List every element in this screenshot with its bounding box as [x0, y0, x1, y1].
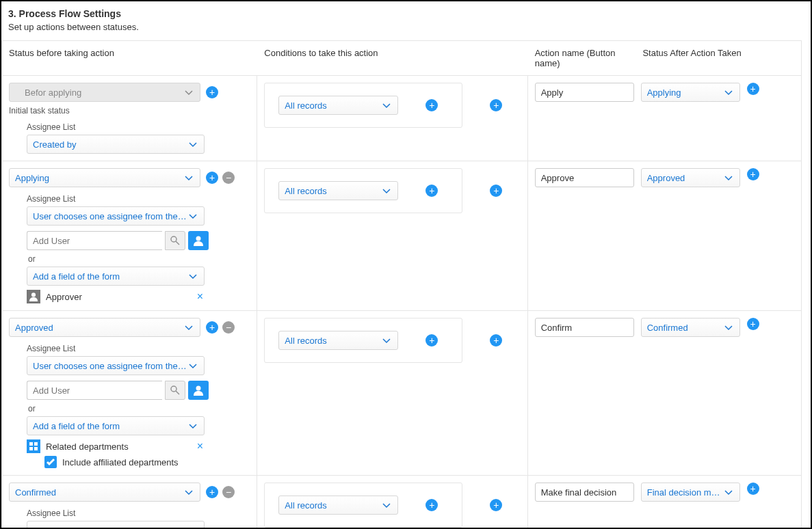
chevron-down-icon: [381, 500, 392, 511]
org-icon: [27, 439, 40, 453]
add-button[interactable]: +: [425, 99, 438, 111]
chevron-down-icon: [183, 323, 194, 333]
section-title: 3. Process Flow Settings: [8, 8, 804, 19]
add-button[interactable]: +: [206, 321, 218, 334]
add-field-select[interactable]: Add a field of the form: [27, 267, 205, 286]
search-button[interactable]: [165, 381, 185, 400]
chevron-down-icon: [187, 271, 198, 282]
add-button[interactable]: +: [425, 334, 438, 347]
assignee-entry: Related departments×: [27, 439, 203, 453]
section-subtitle: Set up actions between statuses.: [8, 22, 804, 32]
chevron-down-icon: [381, 186, 392, 196]
org-picker-button[interactable]: [188, 231, 209, 250]
assignee-list-label: Assignee List: [27, 194, 250, 204]
or-label: or: [28, 404, 250, 413]
status-before-select[interactable]: Confirmed: [9, 483, 200, 502]
assignee-mode-select[interactable]: Created by: [27, 135, 205, 154]
condition-select[interactable]: All records: [278, 96, 398, 115]
initial-status-label: Initial task status: [9, 106, 250, 116]
chevron-down-icon: [183, 87, 194, 98]
assignee-mode-select[interactable]: User chooses one assignee from the list …: [27, 521, 205, 529]
action-name-input[interactable]: [535, 83, 634, 102]
chevron-down-icon: [723, 323, 734, 333]
add-button[interactable]: +: [206, 86, 218, 98]
action-name-input[interactable]: [535, 168, 634, 187]
add-field-select[interactable]: Add a field of the form: [27, 416, 205, 435]
flow-row: Confirmed+−Assignee ListUser chooses one…: [2, 476, 801, 529]
chevron-down-icon: [381, 336, 392, 346]
assignee-entry: Approver×: [27, 290, 203, 303]
remove-entry-button[interactable]: ×: [197, 440, 203, 452]
remove-entry-button[interactable]: ×: [197, 290, 203, 303]
remove-button[interactable]: −: [222, 486, 235, 498]
condition-select[interactable]: All records: [278, 331, 398, 350]
add-button[interactable]: +: [490, 334, 502, 347]
chevron-down-icon: [183, 487, 194, 498]
add-user-input[interactable]: [27, 231, 162, 250]
status-after-select[interactable]: Final decision m…: [641, 483, 740, 502]
add-button[interactable]: +: [747, 168, 759, 180]
flow-row: Applying+−Assignee ListUser chooses one …: [2, 161, 801, 311]
assignee-mode-select[interactable]: User chooses one assignee from the list …: [27, 356, 205, 375]
add-button[interactable]: +: [490, 99, 502, 111]
include-affiliated-label: Include affiliated departments: [62, 457, 179, 467]
add-button[interactable]: +: [747, 483, 759, 495]
user-icon: [27, 290, 40, 303]
flow-row: Approved+−Assignee ListUser chooses one …: [2, 311, 801, 476]
assignee-mode-select[interactable]: User chooses one assignee from the list …: [27, 206, 205, 226]
condition-select[interactable]: All records: [278, 181, 398, 200]
status-after-select[interactable]: Applying: [641, 83, 740, 102]
flow-row: Befor applying+Initial task statusAssign…: [2, 76, 801, 161]
add-button[interactable]: +: [425, 499, 438, 511]
or-label: or: [28, 254, 250, 264]
add-button[interactable]: +: [490, 185, 502, 197]
header-conditions: Conditions to take this action: [257, 48, 527, 68]
chevron-down-icon: [183, 173, 194, 183]
status-before-select[interactable]: Befor applying: [9, 83, 200, 102]
add-button[interactable]: +: [747, 83, 759, 95]
header-status-before: Status before taking action: [2, 48, 257, 68]
chevron-down-icon: [187, 211, 198, 221]
add-button[interactable]: +: [206, 172, 218, 184]
header-status-after: Status After Action Taken: [639, 48, 801, 68]
chevron-down-icon: [723, 173, 734, 183]
assignee-name: Approver: [46, 292, 192, 302]
chevron-down-icon: [187, 139, 198, 150]
chevron-down-icon: [187, 421, 198, 431]
assignee-list-label: Assignee List: [27, 122, 250, 132]
add-user-input[interactable]: [27, 381, 162, 400]
assignee-list-label: Assignee List: [27, 508, 250, 518]
status-after-select[interactable]: Confirmed: [641, 318, 740, 337]
remove-button[interactable]: −: [222, 172, 235, 184]
assignee-list-label: Assignee List: [27, 344, 250, 353]
chevron-down-icon: [723, 487, 734, 498]
chevron-down-icon: [187, 361, 198, 371]
chevron-down-icon: [187, 526, 198, 530]
status-after-select[interactable]: Approved: [641, 168, 740, 187]
add-button[interactable]: +: [425, 185, 438, 197]
assignee-name: Related departments: [46, 442, 192, 452]
remove-button[interactable]: −: [222, 321, 235, 334]
include-affiliated-checkbox[interactable]: [44, 456, 57, 468]
action-name-input[interactable]: [535, 318, 634, 337]
org-picker-button[interactable]: [188, 381, 209, 400]
add-button[interactable]: +: [747, 318, 759, 330]
status-before-select[interactable]: Applying: [9, 168, 200, 187]
add-button[interactable]: +: [206, 486, 218, 498]
chevron-down-icon: [723, 87, 734, 98]
header-action-name: Action name (Button name): [528, 48, 640, 68]
chevron-down-icon: [381, 100, 392, 111]
search-button[interactable]: [165, 231, 185, 250]
action-name-input[interactable]: [535, 483, 634, 502]
condition-select[interactable]: All records: [278, 496, 398, 515]
status-before-select[interactable]: Approved: [9, 318, 200, 337]
add-button[interactable]: +: [490, 499, 502, 511]
